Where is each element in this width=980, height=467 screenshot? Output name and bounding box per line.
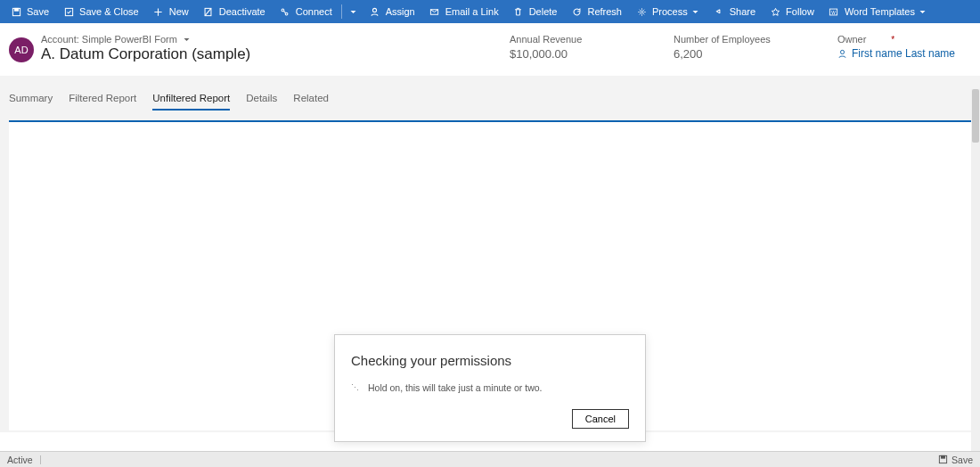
field-value[interactable]: 6,200 xyxy=(674,47,780,61)
new-label: New xyxy=(169,6,189,17)
required-indicator: * xyxy=(891,35,894,45)
connect-label: Connect xyxy=(296,6,332,17)
share-icon xyxy=(714,6,724,17)
spinner-icon: ⋱ xyxy=(351,383,360,392)
assign-button[interactable]: Assign xyxy=(363,0,422,23)
svg-text:W: W xyxy=(832,10,837,14)
header-fields: Annual Revenue $10,000.00 Number of Empl… xyxy=(510,34,966,61)
gear-icon xyxy=(636,6,647,17)
plus-icon xyxy=(153,6,164,17)
connect-icon xyxy=(280,6,290,17)
word-icon: W xyxy=(829,6,839,17)
mail-icon xyxy=(429,6,440,17)
word-templates-button[interactable]: W Word Templates xyxy=(821,0,934,23)
person-icon xyxy=(837,49,847,59)
refresh-button[interactable]: Refresh xyxy=(564,0,629,23)
chevron-down-icon xyxy=(349,8,357,16)
connect-button[interactable]: Connect xyxy=(273,0,339,23)
content-area: Checking your permissions ⋱ Hold on, thi… xyxy=(0,120,980,432)
save-icon xyxy=(938,455,948,464)
svg-point-8 xyxy=(641,11,643,13)
field-value[interactable]: $10,000.00 xyxy=(510,47,617,61)
cancel-button[interactable]: Cancel xyxy=(572,409,629,429)
scrollbar-thumb[interactable] xyxy=(972,89,979,143)
share-label: Share xyxy=(730,6,755,17)
refresh-label: Refresh xyxy=(587,6,622,17)
email-link-button[interactable]: Email a Link xyxy=(422,0,506,23)
connect-dropdown[interactable] xyxy=(344,0,363,23)
field-label: Number of Employees xyxy=(674,34,780,45)
record-header: AD Account: Simple PowerBI Form A. Datum… xyxy=(0,23,980,76)
status-text: Active xyxy=(7,455,33,465)
assign-icon xyxy=(370,6,380,17)
svg-point-6 xyxy=(373,8,377,12)
save-icon xyxy=(11,6,21,17)
save-close-icon xyxy=(63,6,74,17)
chevron-down-icon xyxy=(183,36,191,44)
owner-name: First name Last name xyxy=(852,47,955,60)
dialog-message: Hold on, this will take just a minute or… xyxy=(368,382,543,393)
follow-button[interactable]: Follow xyxy=(763,0,821,23)
tab-bar: Summary Filtered Report Unfiltered Repor… xyxy=(0,76,980,120)
tab-related[interactable]: Related xyxy=(293,87,329,111)
divider xyxy=(40,455,41,464)
status-bar: Active Save xyxy=(0,451,980,467)
svg-point-4 xyxy=(282,9,284,12)
tab-filtered-report[interactable]: Filtered Report xyxy=(69,87,136,111)
new-button[interactable]: New xyxy=(146,0,196,23)
svg-point-11 xyxy=(840,50,844,53)
vertical-scrollbar[interactable] xyxy=(971,89,980,451)
report-canvas: Checking your permissions ⋱ Hold on, thi… xyxy=(9,122,971,430)
delete-button[interactable]: Delete xyxy=(506,0,565,23)
avatar: AD xyxy=(9,37,34,62)
save-label: Save xyxy=(27,6,49,17)
deactivate-icon xyxy=(203,6,214,17)
field-employees: Number of Employees 6,200 xyxy=(674,34,780,61)
email-link-label: Email a Link xyxy=(445,6,499,17)
save-close-label: Save & Close xyxy=(79,6,139,17)
assign-label: Assign xyxy=(386,6,415,17)
process-button[interactable]: Process xyxy=(629,0,706,23)
header-left: AD Account: Simple PowerBI Form A. Datum… xyxy=(9,34,250,63)
svg-point-5 xyxy=(285,12,288,15)
field-label: Annual Revenue xyxy=(510,34,617,45)
footer-save-label: Save xyxy=(951,455,973,465)
owner-link[interactable]: First name Last name xyxy=(837,47,955,60)
share-button[interactable]: Share xyxy=(706,0,763,23)
deactivate-button[interactable]: Deactivate xyxy=(196,0,273,23)
refresh-icon xyxy=(571,6,582,17)
trash-icon xyxy=(513,6,524,17)
star-icon xyxy=(770,6,780,17)
tab-summary[interactable]: Summary xyxy=(9,87,53,111)
footer-save-button[interactable]: Save xyxy=(938,455,973,465)
dialog-title: Checking your permissions xyxy=(351,353,629,368)
chevron-down-icon xyxy=(919,8,927,16)
process-label: Process xyxy=(652,6,688,17)
follow-label: Follow xyxy=(786,6,814,17)
command-bar: Save Save & Close New Deactivate Connect… xyxy=(0,0,980,23)
deactivate-label: Deactivate xyxy=(219,6,265,17)
chevron-down-icon xyxy=(691,8,699,16)
form-selector[interactable]: Account: Simple PowerBI Form xyxy=(41,34,250,45)
svg-rect-13 xyxy=(942,455,945,458)
delete-label: Delete xyxy=(529,6,558,17)
svg-rect-1 xyxy=(14,8,18,11)
divider xyxy=(341,4,342,19)
field-annual-revenue: Annual Revenue $10,000.00 xyxy=(510,34,617,61)
save-button[interactable]: Save xyxy=(4,0,56,23)
permissions-dialog: Checking your permissions ⋱ Hold on, thi… xyxy=(334,334,646,442)
word-templates-label: Word Templates xyxy=(845,6,915,17)
tab-unfiltered-report[interactable]: Unfiltered Report xyxy=(152,87,230,111)
dialog-body: ⋱ Hold on, this will take just a minute … xyxy=(351,382,629,393)
record-title: A. Datum Corporation (sample) xyxy=(41,45,250,63)
form-label-text: Account: Simple PowerBI Form xyxy=(41,34,177,45)
field-owner: Owner* First name Last name xyxy=(837,34,955,61)
tab-details[interactable]: Details xyxy=(246,87,277,111)
save-close-button[interactable]: Save & Close xyxy=(56,0,146,23)
field-label: Owner* xyxy=(837,34,955,45)
